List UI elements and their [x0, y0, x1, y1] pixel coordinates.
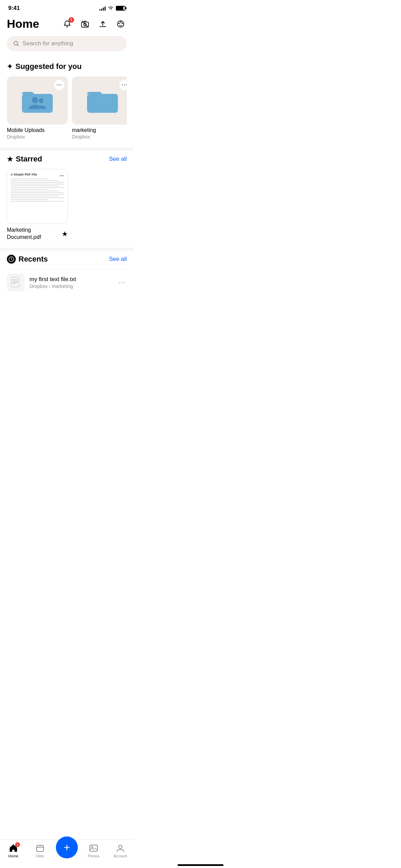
folder-more-button[interactable]: ···	[119, 80, 127, 90]
text-file-icon	[7, 274, 25, 291]
pdf-line	[11, 201, 64, 202]
suggested-title: ✦ Suggested for you	[7, 62, 82, 71]
suggested-header: ✦ Suggested for you	[7, 62, 127, 71]
status-bar: 9:41	[0, 0, 134, 14]
recents-title: Recents	[7, 255, 48, 264]
clock-icon	[7, 255, 16, 264]
upload-button[interactable]	[97, 18, 109, 30]
folder-more-button[interactable]: ···	[54, 80, 64, 90]
notification-badge: 1	[69, 17, 74, 23]
section-divider	[0, 148, 134, 150]
folder-thumbnail: ···	[7, 76, 68, 124]
camera-button[interactable]	[79, 18, 91, 30]
folder-source: Dropbox	[72, 134, 127, 140]
file-more-button[interactable]: ···	[60, 173, 64, 179]
recent-item[interactable]: my first text file.txt Dropbox › marketi…	[7, 269, 127, 296]
header-actions: 1	[61, 18, 127, 30]
svg-rect-17	[11, 277, 19, 287]
star-filled-icon: ★	[7, 155, 13, 163]
pdf-preview: A Simple PDF File	[11, 173, 64, 220]
notifications-button[interactable]: 1	[61, 18, 73, 30]
pdf-line	[11, 185, 59, 186]
pdf-line	[11, 187, 64, 188]
suggested-item-marketing[interactable]: ··· marketing Dropbox	[72, 76, 127, 140]
sparkle-icon: ✦	[7, 62, 13, 71]
pdf-line	[11, 182, 64, 183]
svg-rect-12	[87, 94, 118, 113]
page-title: Home	[7, 17, 39, 31]
folder-with-people-icon	[22, 88, 53, 113]
folder-name: Mobile Uploads	[7, 127, 68, 133]
pdf-line	[11, 191, 59, 191]
starred-see-all[interactable]: See all	[109, 156, 127, 162]
svg-point-10	[32, 97, 38, 103]
folder-source: Dropbox	[7, 134, 68, 140]
signal-icon	[99, 6, 106, 11]
status-icons	[99, 6, 125, 11]
starred-title-text: Starred	[16, 155, 42, 164]
pdf-line	[11, 180, 59, 181]
svg-line-8	[17, 45, 19, 46]
suggested-section: ✦ Suggested for you ··· Mobi	[0, 58, 134, 148]
palette-icon	[116, 20, 125, 28]
star-toggle-icon[interactable]: ★	[62, 230, 68, 238]
starred-title: ★ Starred	[7, 155, 42, 164]
recent-more-button[interactable]: ···	[117, 278, 127, 286]
pdf-line	[11, 179, 48, 179]
pdf-line	[11, 196, 59, 196]
recent-file-path: Dropbox › marketing	[29, 284, 112, 289]
folder-icon	[87, 88, 118, 113]
file-thumbnail: ··· A Simple PDF File	[7, 169, 68, 224]
svg-line-16	[11, 259, 12, 260]
recent-file-name: my first text file.txt	[29, 276, 112, 283]
status-time: 9:41	[8, 5, 20, 12]
suggested-item-mobile-uploads[interactable]: ··· Mobile Uploads Dropbox	[7, 76, 68, 140]
recent-file-info: my first text file.txt Dropbox › marketi…	[29, 276, 112, 289]
starred-file-item[interactable]: ··· A Simple PDF File MarketingDocum	[7, 169, 68, 241]
suggested-list: ··· Mobile Uploads Dropbox ···	[7, 76, 127, 141]
search-placeholder: Search for anything	[23, 40, 73, 47]
starred-section: ★ Starred See all ··· A Simple PDF File	[0, 150, 134, 248]
page-header: Home 1	[0, 14, 134, 36]
camera-slash-icon	[81, 20, 89, 28]
recents-section: Recents See all my first text file.txt D…	[0, 251, 134, 302]
suggested-title-text: Suggested for you	[15, 62, 82, 71]
pdf-line	[11, 194, 64, 195]
search-bar[interactable]: Search for anything	[7, 36, 127, 51]
pdf-line	[11, 192, 64, 193]
recents-see-all[interactable]: See all	[109, 256, 127, 263]
svg-point-5	[120, 21, 121, 23]
pdf-preview-title: A Simple PDF File	[11, 173, 64, 176]
wifi-icon	[108, 6, 114, 11]
pdf-line	[11, 197, 64, 198]
svg-point-11	[39, 98, 44, 103]
starred-header: ★ Starred See all	[7, 155, 127, 164]
search-container: Search for anything	[0, 36, 134, 58]
recents-header: Recents See all	[7, 255, 127, 264]
pdf-line	[11, 184, 64, 184]
section-divider-2	[0, 248, 134, 251]
search-icon	[13, 40, 19, 47]
battery-icon	[116, 6, 125, 11]
pdf-line	[11, 199, 48, 200]
theme-button[interactable]	[114, 18, 127, 30]
recents-title-text: Recents	[19, 255, 48, 264]
upload-icon	[98, 20, 107, 28]
folder-thumbnail: ···	[72, 76, 127, 124]
svg-point-4	[119, 23, 120, 24]
svg-rect-9	[22, 94, 53, 113]
svg-point-6	[122, 23, 123, 24]
folder-name: marketing	[72, 127, 127, 133]
file-name-row: MarketingDocument.pdf ★	[7, 227, 68, 241]
file-name: MarketingDocument.pdf	[7, 227, 41, 241]
pdf-line	[11, 189, 48, 190]
